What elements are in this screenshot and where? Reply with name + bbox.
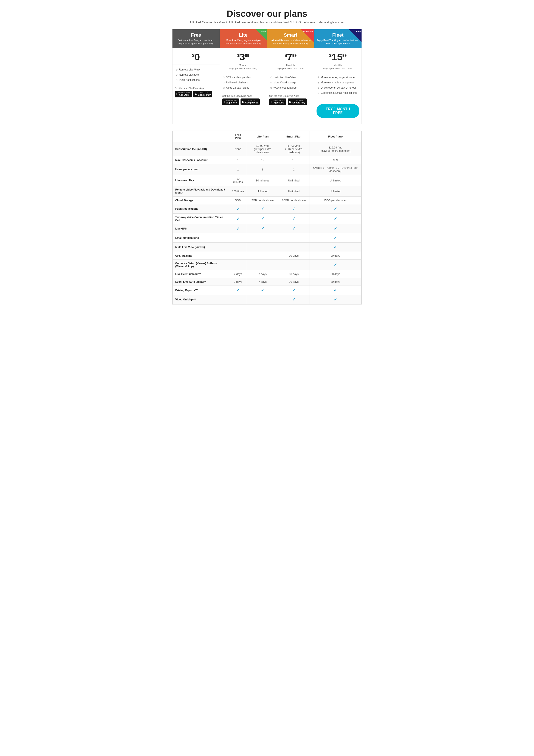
feature-item: ⊘ Drive reports, 90-day GPS logs	[318, 85, 359, 90]
plan-price-smart: $799	[269, 51, 312, 63]
comparison-header-lite: Lite Plan	[247, 131, 278, 142]
feature-item: ⊘ Up to 15 dash cams	[223, 85, 264, 90]
plan-header-free: Free Get started for free, no credit car…	[172, 29, 220, 48]
feature-label: Video On Map***	[173, 295, 229, 304]
comparison-cell-fleet-3: Unlimited	[309, 175, 362, 186]
feature-item: ⊘ 30' Live View per day	[223, 75, 264, 80]
comparison-cell-fleet-13: 30 days	[309, 270, 362, 278]
plan-price-fleet: $1599	[317, 51, 360, 63]
comparison-cell-fleet-7: ✓	[309, 214, 362, 224]
comparison-cell-smart-13: 30 days	[278, 270, 309, 278]
comparison-cell-free-12	[229, 260, 247, 270]
comparison-cell-free-6: ✓	[229, 204, 247, 214]
table-row: Cloud Storage5GB5GB per dashcam10GB per …	[173, 197, 362, 204]
comparison-cell-smart-10	[278, 243, 309, 252]
comparison-cell-lite-6: ✓	[247, 204, 278, 214]
comparison-cell-smart-16: ✓	[278, 295, 309, 304]
feature-item: ⊘ Remote playback	[175, 72, 216, 77]
comparison-cell-lite-11	[247, 252, 278, 260]
appstore-line1: Download on the	[178, 92, 191, 94]
table-row: Push Notifications✓✓✓✓	[173, 204, 362, 214]
plan-app-label-free: Get the free BlackVue App:	[175, 87, 217, 90]
apple-icon: 	[271, 100, 272, 103]
feature-label: Live view / Day	[173, 175, 229, 186]
comparison-cell-smart-5: 10GB per dashcam	[278, 197, 309, 204]
comparison-cell-lite-16	[247, 295, 278, 304]
plan-features-lite: ⊘ 30' Live View per day ⊘ Unlimited play…	[220, 72, 267, 93]
plan-header-lite: NEW Lite More Live View, register multip…	[220, 29, 267, 48]
checkmark-icon: ✓	[334, 207, 337, 211]
feature-label: Remote Video Playback and Download / Mon…	[173, 186, 229, 197]
table-row: Geofence Setup (Viewer) & Alerts (Viewer…	[173, 260, 362, 270]
comparison-cell-lite-15: ✓	[247, 286, 278, 295]
comparison-cell-lite-2: 1	[247, 164, 278, 175]
plan-card-fleet: PRO Fleet Enjoy Fleet Tracking exclusive…	[314, 29, 362, 124]
feature-item: ⊘ Push Notifications	[175, 77, 216, 83]
comparison-cell-fleet-10: ✓	[309, 243, 362, 252]
table-row: Email Notifications✓	[173, 233, 362, 243]
comparison-header-fleet: Fleet Plan*	[309, 131, 362, 142]
checkmark-icon: ✓	[334, 217, 337, 221]
appstore-button-lite[interactable]:  Download on the App Store	[222, 98, 239, 105]
appstore-button-smart[interactable]:  Download on the App Store	[269, 98, 286, 105]
app-buttons-free:  Download on the App Store ▶ GET IT ON …	[175, 91, 217, 97]
appstore-line1: Download on the	[273, 99, 285, 101]
check-icon: ⊘	[223, 80, 225, 85]
comparison-cell-free-5: 5GB	[229, 197, 247, 204]
check-icon: ⊘	[318, 90, 319, 95]
checkmark-icon: ✓	[334, 297, 337, 302]
checkmark-icon: ✓	[334, 263, 337, 267]
googleplay-button-lite[interactable]: ▶ GET IT ON Google Play	[241, 98, 260, 105]
comparison-cell-free-10	[229, 243, 247, 252]
checkmark-icon: ✓	[237, 207, 240, 211]
plan-price-area-lite: $399 Monthly(+$3 per extra dash cam)	[220, 48, 267, 72]
table-row: Live view / Day10 minutes30 minutesUnlim…	[173, 175, 362, 186]
table-row: Two-way Voice Communication / Voice Call…	[173, 214, 362, 224]
feature-label: Driving Reports***	[173, 286, 229, 295]
checkmark-icon: ✓	[292, 207, 295, 211]
feature-item: ⊘ Unlimited playback	[223, 80, 264, 85]
check-icon: ⊘	[175, 67, 178, 72]
plan-price-note-smart: Monthly(+$6 per extra dash cam)	[269, 63, 312, 70]
comparison-cell-fleet-1: 999	[309, 156, 362, 164]
feature-label: Multi Live View (Viewer)	[173, 243, 229, 252]
comparison-cell-smart-2: 1	[278, 164, 309, 175]
table-row: Live Event upload***2 days7 days30 days3…	[173, 270, 362, 278]
comparison-cell-fleet-6: ✓	[309, 204, 362, 214]
plan-app-label-smart: Get the free BlackVue App:	[269, 94, 312, 97]
comparison-cell-fleet-16: ✓	[309, 295, 362, 304]
googleplay-icon: ▶	[242, 100, 244, 103]
appstore-button-free[interactable]:  Download on the App Store	[175, 91, 192, 97]
check-icon: ⊘	[270, 85, 272, 90]
googleplay-button-smart[interactable]: ▶ GET IT ON Google Play	[288, 98, 307, 105]
table-row: Driving Reports***✓✓✓✓	[173, 286, 362, 295]
comparison-header-feature	[173, 131, 229, 142]
comparison-cell-smart-8: ✓	[278, 224, 309, 233]
googleplay-button-free[interactable]: ▶ GET IT ON Google Play	[193, 91, 212, 97]
plan-app-section-smart: Get the free BlackVue App:  Download on…	[267, 93, 314, 108]
comparison-cell-fleet-0: $15.99 /mo (+$12 per extra dashcam)	[309, 142, 362, 156]
table-row: Subscription fee (in USD)None$3.99 /mo (…	[173, 142, 362, 156]
comparison-cell-fleet-2: Owner: 1 - Admin: 10 - Driver: 3 (per da…	[309, 164, 362, 175]
comparison-cell-fleet-12: ✓	[309, 260, 362, 270]
feature-label: Email Notifications	[173, 233, 229, 243]
check-icon: ⊘	[318, 75, 319, 80]
comparison-cell-free-8: ✓	[229, 224, 247, 233]
comparison-cell-fleet-8: ✓	[309, 224, 362, 233]
comparison-cell-free-16	[229, 295, 247, 304]
comparison-cell-fleet-5: 15GB per dashcam	[309, 197, 362, 204]
try-month-free-button[interactable]: TRY 1 MONTH FREE	[317, 104, 360, 118]
comparison-table: Free Plan Lite Plan Smart Plan Fleet Pla…	[172, 131, 362, 304]
comparison-cell-free-7: ✓	[229, 214, 247, 224]
comparison-cell-smart-14: 30 days	[278, 278, 309, 286]
feature-label: Subscription fee (in USD)	[173, 142, 229, 156]
comparison-cell-smart-0: $7.99 /mo (+$6 per extra dashcam)	[278, 142, 309, 156]
comparison-cell-free-11	[229, 252, 247, 260]
comparison-cell-fleet-15: ✓	[309, 286, 362, 295]
checkmark-icon: ✓	[292, 217, 295, 221]
comparison-header-free: Free Plan	[229, 131, 247, 142]
comparison-cell-smart-1: 15	[278, 156, 309, 164]
feature-item: ⊘ +Advanced features	[270, 85, 311, 90]
feature-label: Two-way Voice Communication / Voice Call	[173, 214, 229, 224]
page-title: Discover our plans	[172, 9, 362, 19]
